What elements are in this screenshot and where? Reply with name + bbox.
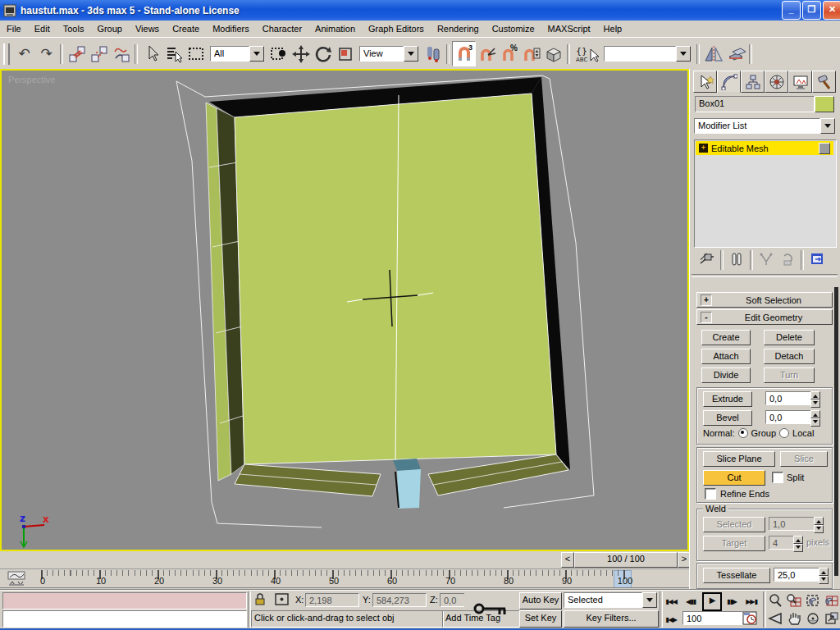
- window-crossing-toggle-button[interactable]: [267, 42, 290, 66]
- weld-threshold-spinner[interactable]: [814, 517, 824, 531]
- remove-modifier-button[interactable]: [777, 252, 798, 268]
- set-key-button[interactable]: Set Key: [519, 610, 562, 628]
- object-color-swatch[interactable]: [815, 96, 834, 112]
- select-and-rotate-button[interactable]: [312, 42, 334, 66]
- menu-item-tools[interactable]: Tools: [57, 21, 91, 36]
- bevel-button[interactable]: Bevel: [703, 410, 752, 426]
- menu-item-views[interactable]: Views: [129, 21, 166, 36]
- key-filter-scope-dropdown[interactable]: Selected: [564, 592, 657, 608]
- tab-utilities[interactable]: [812, 71, 836, 93]
- maxscript-listener-white[interactable]: [2, 610, 247, 628]
- rollout-edit-geometry[interactable]: - Edit Geometry: [696, 309, 833, 325]
- menu-item-animation[interactable]: Animation: [308, 21, 362, 36]
- menu-item-edit[interactable]: Edit: [28, 21, 57, 36]
- make-unique-button[interactable]: [756, 252, 777, 268]
- weld-target-pixels-field[interactable]: 4: [769, 536, 797, 550]
- reference-coordinate-system-dropdown[interactable]: View: [359, 46, 418, 62]
- modifier-list-dropdown[interactable]: Modifier List: [694, 118, 835, 134]
- time-slider-track[interactable]: < 100 / 100 >: [0, 551, 689, 569]
- weld-target-spinner[interactable]: [793, 536, 803, 550]
- bevel-amount-field[interactable]: 0,0: [765, 410, 813, 424]
- zoom-extents-all-button[interactable]: [823, 591, 840, 609]
- maxscript-listener-pink[interactable]: [2, 592, 247, 609]
- normal-group-radio[interactable]: [738, 428, 748, 438]
- stack-item-editable-mesh[interactable]: + Editable Mesh: [696, 141, 833, 155]
- bevel-spinner[interactable]: [810, 410, 820, 424]
- mirror-button[interactable]: [702, 42, 724, 66]
- delete-button[interactable]: Delete: [764, 330, 815, 345]
- track-bar[interactable]: 0102030405060708090100: [0, 569, 689, 589]
- modifier-list-dropdown-button[interactable]: [820, 118, 835, 134]
- attach-button[interactable]: Attach: [701, 349, 751, 364]
- slice-button[interactable]: Slice: [780, 451, 828, 467]
- refine-ends-checkbox[interactable]: [705, 488, 716, 500]
- pan-view-button[interactable]: [785, 609, 802, 628]
- menu-item-customize[interactable]: Customize: [486, 21, 541, 36]
- time-slider-prev-button[interactable]: <: [561, 552, 574, 568]
- configure-modifier-sets-button[interactable]: [806, 252, 828, 268]
- cut-button[interactable]: Cut: [703, 470, 765, 486]
- use-pivot-point-center-button[interactable]: [422, 42, 444, 66]
- stack-active-toggle-icon[interactable]: [819, 143, 830, 154]
- menu-item-modifiers[interactable]: Modifiers: [206, 21, 256, 36]
- normal-local-radio[interactable]: [779, 428, 789, 438]
- divide-button[interactable]: Divide: [701, 368, 751, 383]
- object-name-field[interactable]: Box01: [695, 96, 815, 112]
- modifier-stack[interactable]: + Editable Mesh: [694, 139, 837, 248]
- y-coord-field[interactable]: 584,273: [372, 593, 427, 607]
- absolute-offset-mode-toggle[interactable]: [274, 592, 292, 609]
- stack-expand-icon[interactable]: +: [699, 144, 708, 153]
- weld-selected-button[interactable]: Selected: [703, 517, 765, 532]
- select-and-scale-button[interactable]: [334, 42, 356, 66]
- tessellate-amount-field[interactable]: 25,0: [774, 568, 821, 582]
- keyboard-shortcut-override-button[interactable]: [542, 42, 564, 66]
- menu-item-create[interactable]: Create: [166, 21, 206, 36]
- rectangular-selection-region-button[interactable]: [185, 42, 207, 66]
- go-to-end-button[interactable]: ▶▶▮: [743, 593, 760, 608]
- auto-key-button[interactable]: Auto Key: [519, 592, 562, 609]
- menu-item-character[interactable]: Character: [256, 21, 308, 36]
- close-button[interactable]: ✕: [823, 1, 840, 20]
- current-frame-field[interactable]: 100: [682, 611, 743, 625]
- zoom-button[interactable]: [766, 591, 783, 609]
- named-selection-sets-dropdown[interactable]: [604, 46, 691, 62]
- select-object-button[interactable]: [140, 42, 162, 66]
- time-slider-handle[interactable]: 100 / 100: [574, 552, 678, 568]
- extrude-button[interactable]: Extrude: [703, 391, 752, 407]
- named-selection-dropdown-button[interactable]: [676, 46, 691, 62]
- rollout-soft-selection[interactable]: + Soft Selection: [696, 292, 833, 308]
- percent-snap-toggle-button[interactable]: %: [498, 42, 520, 66]
- tab-hierarchy[interactable]: [741, 71, 765, 93]
- selection-filter-dropdown[interactable]: All: [210, 46, 264, 62]
- angle-snap-toggle-button[interactable]: [476, 42, 498, 66]
- menu-item-group[interactable]: Group: [90, 21, 129, 36]
- weld-target-button[interactable]: Target: [703, 536, 765, 551]
- toolbar-drag-handle[interactable]: [3, 43, 10, 65]
- previous-frame-button[interactable]: ◀▮▮: [682, 593, 699, 608]
- minimize-button[interactable]: _: [782, 1, 801, 20]
- undo-button[interactable]: ↶: [13, 42, 35, 66]
- redo-button[interactable]: ↷: [35, 42, 57, 66]
- tab-motion[interactable]: [765, 71, 788, 93]
- menu-item-file[interactable]: File: [0, 21, 28, 36]
- tessellate-button[interactable]: Tessellate: [703, 568, 770, 583]
- bind-to-space-warp-button[interactable]: [110, 42, 132, 66]
- zoom-extents-button[interactable]: [804, 591, 821, 609]
- go-to-start-button[interactable]: ▮◀◀: [663, 593, 679, 608]
- tessellate-spinner[interactable]: [819, 568, 829, 582]
- snaps-toggle-button[interactable]: 3: [452, 41, 476, 66]
- slice-plane-button[interactable]: Slice Plane: [703, 451, 775, 467]
- weld-threshold-field[interactable]: 1,0: [769, 517, 816, 531]
- perspective-viewport[interactable]: Perspective: [0, 69, 689, 551]
- select-by-name-button[interactable]: [162, 42, 185, 66]
- menu-item-graph-editors[interactable]: Graph Editors: [362, 21, 431, 36]
- menu-item-rendering[interactable]: Rendering: [431, 21, 486, 36]
- zoom-all-button[interactable]: [785, 591, 802, 609]
- tab-modify[interactable]: [717, 71, 741, 93]
- menu-item-maxscript[interactable]: MAXScript: [541, 21, 597, 36]
- extrude-spinner[interactable]: [810, 391, 820, 405]
- key-mode-toggle-button[interactable]: ▮◀▶: [663, 611, 679, 626]
- set-keys-button[interactable]: [471, 593, 510, 624]
- key-scope-dropdown-button[interactable]: [642, 592, 657, 608]
- play-animation-button[interactable]: ▶: [702, 592, 722, 611]
